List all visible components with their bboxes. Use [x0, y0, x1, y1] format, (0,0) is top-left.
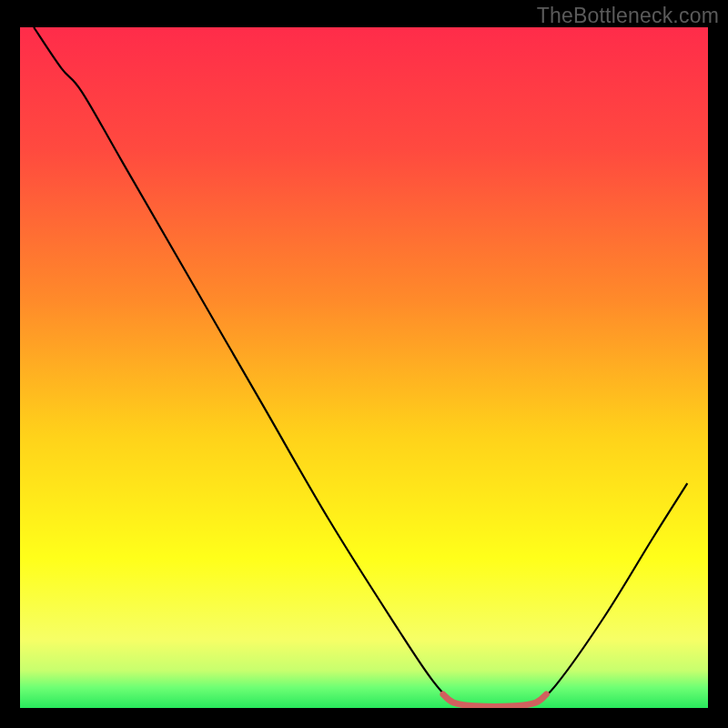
bottleneck-chart	[0, 0, 728, 728]
watermark-text: TheBottleneck.com	[537, 4, 719, 28]
chart-stage: TheBottleneck.com	[0, 0, 728, 728]
svg-rect-1	[20, 27, 708, 708]
